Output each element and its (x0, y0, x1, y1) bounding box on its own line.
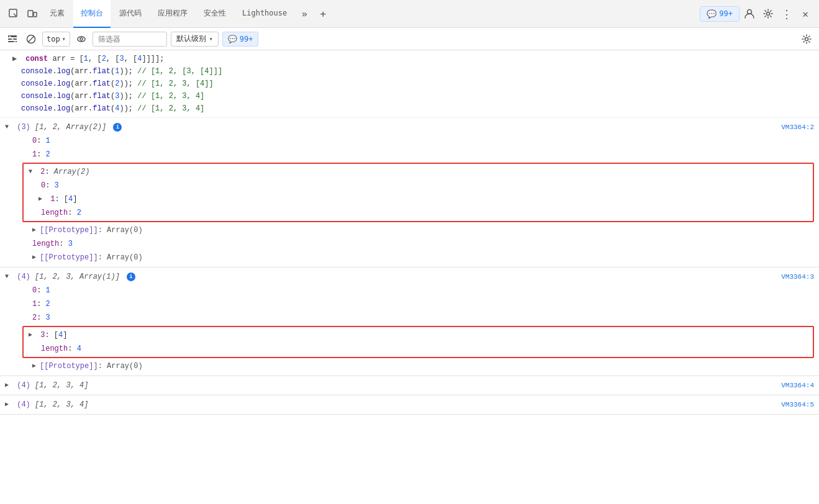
output-block-1: (3) [1, 2, Array(2)] i VM3364:2 0 : 1 1 … (0, 118, 819, 268)
output-b2-length: length : 4 (24, 342, 813, 356)
more-tabs-icon[interactable]: » (296, 5, 313, 22)
toolbar-message-badge[interactable]: 💬 99+ (222, 32, 259, 47)
expand-proto-1b[interactable] (32, 252, 38, 263)
more-vert-icon[interactable]: ⋮ (778, 5, 795, 22)
output-item-1-1: 1 : 2 (0, 148, 819, 161)
top-nav: 元素 控制台 源代码 应用程序 安全性 Lighthouse » + 💬 99+ (0, 0, 819, 28)
code-expand-arrow[interactable]: ▶ (12, 53, 21, 65)
source-link-4[interactable]: VM3364:5 (776, 399, 814, 410)
output-block-4: (4) [1, 2, 3, 4] VM3364:5 (0, 395, 819, 415)
code-line-3: console . log (arr. flat ( 2 )); // [1, … (12, 78, 819, 90)
red-highlight-1: 2 : Array(2) 0 : 3 1 : [ 4 ] length : 2 (22, 163, 814, 222)
code-input-block: ▶ const arr = [ 1 , [ 2 , [ 3 , [ 4 ]]] … (0, 50, 819, 118)
source-link-2[interactable]: VM3364:3 (776, 271, 814, 282)
output-row-summary-1[interactable]: (3) [1, 2, Array(2)] i VM3364:2 (0, 120, 819, 134)
expand-item2[interactable] (29, 166, 35, 178)
source-link-3[interactable]: VM3364:4 (776, 380, 814, 391)
output-prototype-2[interactable]: [[Prototype]] : Array(0) (0, 359, 819, 373)
code-line-4: console . log (arr. flat ( 3 )); // [1, … (12, 90, 819, 102)
output-block-2: (4) [1, 2, 3, Array(1)] i VM3364:3 0: 1 … (0, 268, 819, 376)
console-settings-icon[interactable] (799, 32, 814, 47)
expand-icon-4[interactable] (5, 399, 11, 410)
context-selector[interactable]: top ▾ (42, 32, 70, 47)
toolbar-msg-icon: 💬 (228, 35, 237, 43)
expand-icon-3[interactable] (5, 380, 11, 391)
source-link-1[interactable]: VM3364:2 (776, 122, 814, 133)
console-area: ▶ const arr = [ 1 , [ 2 , [ 3 , [ 4 ]]] … (0, 50, 819, 504)
log-level-selector[interactable]: 默认级别 ▾ (171, 32, 219, 47)
output-item-2-length: length : 2 (24, 206, 813, 220)
output-item-2-0: 0 : 3 (24, 179, 813, 192)
add-tab-icon[interactable]: + (314, 5, 332, 22)
tab-console[interactable]: 控制台 (73, 0, 111, 28)
settings-gear-icon[interactable] (759, 5, 777, 22)
red-highlight-2: 3 : [ 4 ] length : 4 (22, 326, 814, 358)
console-toolbar: top ▾ 默认级别 ▾ 💬 99+ (0, 28, 819, 50)
svg-point-4 (767, 12, 770, 16)
expand-b2-3[interactable] (29, 330, 35, 341)
svg-rect-1 (28, 11, 33, 17)
close-icon[interactable]: ✕ (797, 5, 814, 22)
tab-source[interactable]: 源代码 (112, 0, 149, 28)
device-toggle-icon[interactable] (24, 5, 41, 22)
svg-point-12 (80, 38, 83, 40)
output-length-1: length : 3 (0, 237, 819, 251)
output-row-summary-2[interactable]: (4) [1, 2, 3, Array(1)] i VM3364:3 (0, 270, 819, 284)
eye-icon[interactable] (74, 32, 89, 47)
tab-security[interactable]: 安全性 (196, 0, 233, 28)
code-line-5: console . log (arr. flat ( 4 )); // [1, … (12, 102, 819, 115)
tab-application[interactable]: 应用程序 (150, 0, 195, 28)
code-line-1: ▶ const arr = [ 1 , [ 2 , [ 3 , [ 4 ]]] … (12, 53, 819, 65)
svg-rect-2 (34, 12, 37, 17)
inspect-icon[interactable] (5, 5, 22, 22)
output-item-2-header[interactable]: 2 : Array(2) (24, 165, 813, 179)
expand-icon-2[interactable] (5, 271, 11, 282)
info-badge-1[interactable]: i (113, 123, 122, 132)
output-item-0-1: 0 : 1 (0, 134, 819, 148)
output-prototype-1[interactable]: [[Prototype]] : Array(0) (0, 223, 819, 237)
summary-text-1: (3) [1, 2, Array(2)] i (17, 122, 122, 133)
output-item-2-1[interactable]: 1 : [ 4 ] (24, 192, 813, 206)
output-prototype-1b[interactable]: [[Prototype]] : Array(0) (0, 251, 819, 264)
output-b2-1: 1: 2 (0, 297, 819, 311)
output-row-3[interactable]: (4) [1, 2, 3, 4] VM3364:4 (0, 379, 819, 392)
svg-point-11 (78, 37, 85, 42)
expand-icon-1[interactable] (5, 122, 11, 133)
info-badge-2[interactable]: i (127, 272, 135, 281)
filter-input[interactable] (93, 32, 167, 47)
message-badge[interactable]: 💬 99+ (700, 6, 740, 22)
output-row-4[interactable]: (4) [1, 2, 3, 4] VM3364:5 (0, 398, 819, 412)
block-icon[interactable] (24, 32, 38, 47)
tab-lighthouse[interactable]: Lighthouse (235, 0, 294, 28)
message-icon: 💬 (707, 9, 717, 19)
svg-point-13 (805, 37, 808, 40)
summary-text-4: (4) [1, 2, 3, 4] (17, 399, 88, 410)
summary-text-3: (4) [1, 2, 3, 4] (17, 380, 88, 391)
output-b2-3[interactable]: 3 : [ 4 ] (24, 328, 813, 342)
output-b2-2: 2: 3 (0, 311, 819, 325)
expand-proto-2[interactable] (32, 361, 38, 372)
clear-console-button[interactable] (5, 32, 20, 47)
expand-item-2-1[interactable] (38, 194, 45, 205)
output-block-3: (4) [1, 2, 3, 4] VM3364:4 (0, 376, 819, 395)
expand-proto-1[interactable] (32, 225, 38, 236)
summary-text-2: (4) [1, 2, 3, Array(1)] i (17, 271, 135, 282)
user-icon[interactable] (741, 5, 758, 22)
code-line-2: console . log (arr. flat ( 1 )); // [1, … (12, 65, 819, 78)
tab-elements[interactable]: 元素 (42, 0, 72, 28)
output-b2-0: 0: 1 (0, 284, 819, 297)
svg-line-10 (28, 36, 34, 42)
